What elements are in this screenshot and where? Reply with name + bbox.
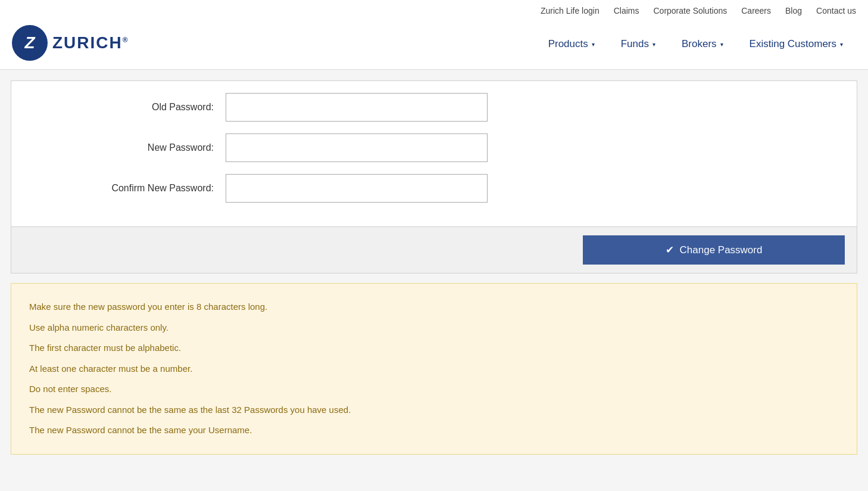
nav-existing-customers-label: Existing Customers: [750, 38, 836, 50]
rule-7: The new Password cannot be the same your…: [29, 424, 839, 437]
old-password-row: Old Password:: [35, 93, 833, 122]
nav-contact-us[interactable]: Contact us: [816, 6, 856, 15]
rule-4: At least one character must be a number.: [29, 362, 839, 376]
nav-blog[interactable]: Blog: [785, 6, 802, 15]
nav-products-label: Products: [548, 38, 588, 50]
chevron-down-icon: ▾: [840, 41, 843, 48]
confirm-password-input[interactable]: [226, 174, 488, 203]
nav-brokers[interactable]: Brokers ▾: [669, 27, 736, 61]
nav-claims[interactable]: Claims: [614, 6, 639, 15]
main-content: Old Password: New Password: Confirm New …: [0, 80, 868, 455]
chevron-down-icon: ▾: [652, 41, 655, 48]
chevron-down-icon: ▾: [592, 41, 595, 48]
logo[interactable]: Z ZURICH®: [12, 19, 129, 69]
nav-brokers-label: Brokers: [682, 38, 717, 50]
new-password-input[interactable]: [226, 133, 488, 162]
logo-name: ZURICH®: [52, 33, 129, 52]
logo-letter: Z: [24, 33, 35, 52]
change-password-form-card: Old Password: New Password: Confirm New …: [11, 80, 857, 274]
rule-3: The first character must be alphabetic.: [29, 341, 839, 355]
new-password-row: New Password:: [35, 133, 833, 162]
rule-1: Make sure the new password you enter is …: [29, 300, 839, 314]
chevron-down-icon: ▾: [720, 41, 723, 48]
form-body: Old Password: New Password: Confirm New …: [11, 81, 857, 226]
rule-5: Do not enter spaces.: [29, 383, 839, 396]
nav-funds-label: Funds: [621, 38, 649, 50]
nav-existing-customers[interactable]: Existing Customers ▾: [736, 27, 856, 61]
old-password-input[interactable]: [226, 93, 488, 122]
nav-funds[interactable]: Funds ▾: [608, 27, 669, 61]
form-footer: ✔ Change Password: [11, 226, 857, 273]
change-password-button-label: Change Password: [680, 244, 763, 256]
header-bottom: Z ZURICH® Products ▾ Funds ▾ Brokers ▾ E…: [12, 19, 856, 69]
confirm-password-label: Confirm New Password:: [35, 183, 226, 194]
rule-6: The new Password cannot be the same as t…: [29, 403, 839, 417]
nav-corporate-solutions[interactable]: Corporate Solutions: [653, 6, 727, 15]
change-password-button[interactable]: ✔ Change Password: [583, 235, 845, 265]
rule-2: Use alpha numeric characters only.: [29, 321, 839, 335]
nav-careers[interactable]: Careers: [741, 6, 771, 15]
main-nav: Products ▾ Funds ▾ Brokers ▾ Existing Cu…: [535, 27, 856, 61]
logo-circle: Z: [12, 25, 48, 61]
old-password-label: Old Password:: [35, 102, 226, 113]
header-top: Zurich Life login Claims Corporate Solut…: [12, 0, 856, 19]
nav-zurich-life-login[interactable]: Zurich Life login: [541, 6, 600, 15]
checkmark-icon: ✔: [666, 244, 674, 256]
nav-products[interactable]: Products ▾: [535, 27, 608, 61]
header: Zurich Life login Claims Corporate Solut…: [0, 0, 868, 70]
confirm-password-row: Confirm New Password:: [35, 174, 833, 203]
password-rules-box: Make sure the new password you enter is …: [11, 283, 857, 455]
new-password-label: New Password:: [35, 142, 226, 153]
